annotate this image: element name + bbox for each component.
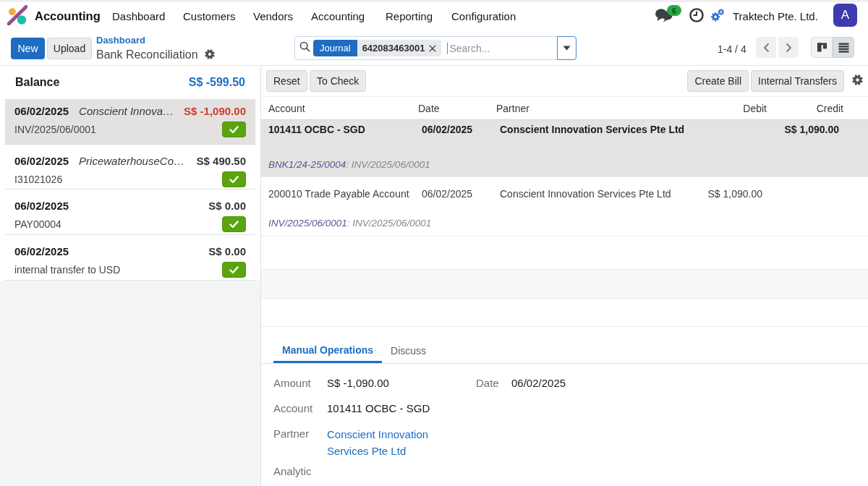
journal-entry-note: : INV/2025/06/0001 [347, 218, 431, 229]
line-date: 06/02/2025 [14, 245, 69, 257]
cell-debit [673, 123, 769, 152]
view-switch-kanban-button[interactable] [811, 37, 833, 58]
navbar: Accounting Dashboard Customers Vendors A… [0, 0, 868, 30]
tab-discuss[interactable]: Discuss [382, 329, 435, 363]
manual-operations-form: Amount S$ -1,090.00 Date 06/02/2025 Acco… [261, 364, 868, 486]
check-icon [229, 126, 239, 134]
nav-vendors[interactable]: Vendors [253, 2, 293, 30]
internal-transfers-button[interactable]: Internal Transfers [751, 70, 844, 92]
validate-button[interactable] [222, 171, 246, 187]
search-bar: Journal 642083463001 Search... [294, 36, 576, 60]
line-date: 06/02/2025 [14, 105, 69, 117]
line-reference: I31021026 [14, 174, 62, 185]
partner-link[interactable]: Conscient Innovation Services Pte Ltd [327, 426, 437, 459]
journal-entry-link[interactable]: INV/2025/06/0001 [268, 218, 347, 229]
user-avatar[interactable]: A [833, 4, 857, 27]
col-header-credit[interactable]: Credit [769, 103, 843, 114]
actions-gear-icon[interactable] [852, 74, 863, 88]
cell-date: 06/02/2025 [418, 188, 496, 200]
analytic-label: Analytic [273, 465, 312, 477]
nav-customers[interactable]: Customers [183, 2, 236, 30]
pager-range: 1-4 / 4 [718, 43, 746, 55]
reset-button[interactable]: Reset [266, 70, 307, 92]
x-icon [429, 45, 436, 52]
nav-reporting[interactable]: Reporting [386, 2, 433, 30]
partner-label: Partner [273, 427, 309, 440]
line-reference: INV/2025/06/0001 [14, 124, 96, 135]
col-header-date[interactable]: Date [418, 103, 496, 114]
account-value[interactable]: 101411 OCBC - SGD [327, 402, 430, 414]
balance-value: S$ -599.50 [189, 76, 245, 89]
tab-manual-operations[interactable]: Manual Operations [273, 329, 382, 363]
caret-down-icon [563, 46, 571, 51]
nav-dashboard[interactable]: Dashboard [112, 2, 165, 30]
page-title: Bank Reconciliation [96, 48, 215, 62]
page-title-text: Bank Reconciliation [96, 48, 198, 61]
cell-date: 06/02/2025 [418, 123, 496, 152]
journal-entry-note-row: INV/2025/06/0001 : INV/2025/06/0001 [261, 210, 868, 236]
facet-remove-icon[interactable] [429, 45, 436, 52]
text-cursor [447, 43, 448, 54]
col-header-account[interactable]: Account [261, 103, 418, 114]
journal-entry-row[interactable]: 200010 Trade Payable Account 06/02/2025 … [261, 177, 868, 210]
app-name[interactable]: Accounting [35, 2, 101, 30]
reconciliation-main: Reset To Check Create Bill Internal Tran… [261, 66, 868, 486]
nav-configuration[interactable]: Configuration [451, 2, 516, 30]
journal-entry-note: : INV/2025/06/0001 [346, 159, 430, 170]
journal-entry-row-selected[interactable]: 101411 OCBC - SGD 06/02/2025 Conscient I… [261, 120, 868, 152]
upload-button[interactable]: Upload [47, 38, 92, 59]
balance-row: Balance S$ -599.50 [0, 66, 260, 99]
facet-label: Journal [313, 40, 357, 56]
journal-entry-link[interactable]: BNK1/24-25/0004 [268, 159, 346, 170]
search-placeholder: Search... [449, 43, 490, 54]
chevron-right-icon [786, 43, 792, 53]
check-icon [229, 176, 239, 184]
statement-line-item[interactable]: 06/02/2025 S$ 0.00 PAY00004 [5, 189, 255, 235]
view-settings-gear-icon[interactable] [205, 49, 215, 62]
journal-entry-note-row-selected: BNK1/24-25/0004 : INV/2025/06/0001 [261, 152, 868, 177]
line-partner: Conscient Innova… [79, 105, 174, 117]
amount-label: Amount [273, 377, 311, 389]
cell-partner: Conscient Innovation Services Pte Ltd [496, 188, 673, 200]
to-check-button[interactable]: To Check [310, 70, 366, 92]
pager-previous-button[interactable] [756, 37, 776, 58]
validate-button[interactable] [222, 122, 246, 137]
date-label: Date [476, 377, 499, 389]
accounting-app-logo-icon[interactable] [7, 5, 27, 25]
nav-accounting[interactable]: Accounting [311, 2, 365, 30]
line-date: 06/02/2025 [14, 200, 69, 212]
company-name[interactable]: Traktech Pte. Ltd. [733, 2, 818, 30]
empty-table-row [261, 236, 868, 270]
validate-button[interactable] [222, 216, 246, 232]
statement-line-item[interactable]: 06/02/2025 S$ 0.00 internal transfer to … [5, 235, 255, 281]
search-facet: Journal 642083463001 [313, 40, 441, 56]
col-header-debit[interactable]: Debit [673, 103, 769, 114]
kanban-icon [817, 42, 827, 53]
cell-account: 200010 Trade Payable Account [261, 188, 418, 200]
statement-line-item[interactable]: 06/02/2025 PricewaterhouseCo… S$ 490.50 … [5, 145, 255, 189]
systray-gears-icon[interactable] [711, 9, 724, 25]
cell-partner: Conscient Innovation Services Pte Ltd [496, 123, 673, 152]
search-icon [299, 41, 310, 55]
col-header-partner[interactable]: Partner [496, 103, 673, 114]
cell-account: 101411 OCBC - SGD [261, 123, 418, 152]
activities-clock-icon[interactable] [689, 8, 704, 25]
cell-credit: S$ 1,090.00 [769, 123, 843, 152]
create-bill-button[interactable]: Create Bill [687, 70, 749, 92]
pager-next-button[interactable] [778, 37, 799, 58]
line-reference: internal transfer to USD [14, 264, 120, 276]
search-dropdown-toggle[interactable] [557, 36, 576, 60]
messages-count-badge: 6 [667, 5, 681, 16]
line-reference: PAY00004 [14, 218, 61, 230]
search-input[interactable]: Journal 642083463001 Search... [294, 36, 558, 60]
new-button[interactable]: New [11, 38, 45, 59]
view-switch-list-button[interactable] [833, 37, 854, 58]
line-date: 06/02/2025 [14, 155, 69, 167]
statement-line-item-selected[interactable]: 06/02/2025 Conscient Innova… S$ -1,090.0… [5, 99, 255, 145]
amount-value: S$ -1,090.00 [327, 377, 389, 389]
validate-button[interactable] [222, 262, 246, 278]
line-amount: S$ 0.00 [208, 200, 246, 212]
breadcrumb-dashboard[interactable]: Dashboard [96, 35, 145, 46]
line-amount: S$ 490.50 [197, 155, 246, 167]
date-value[interactable]: 06/02/2025 [511, 377, 566, 389]
